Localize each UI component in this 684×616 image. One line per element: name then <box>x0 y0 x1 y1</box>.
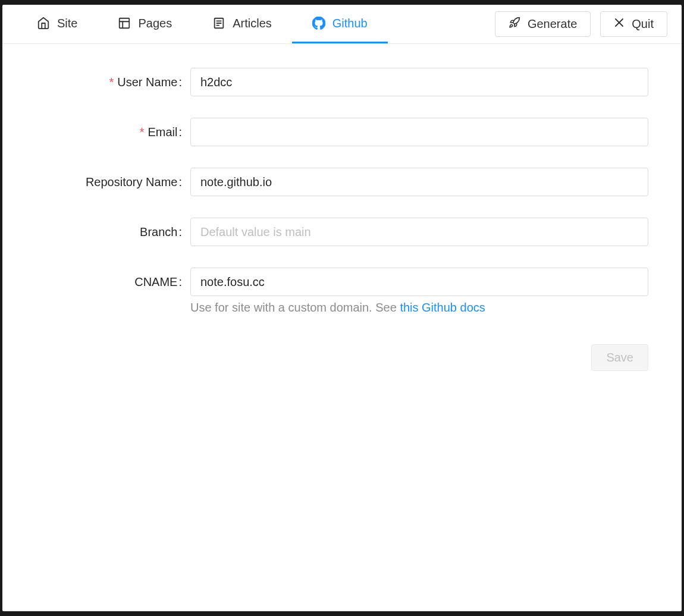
repo-input[interactable] <box>190 168 648 196</box>
tab-github[interactable]: Github <box>292 5 388 43</box>
tab-github-label: Github <box>332 17 368 30</box>
username-label: *User Name: <box>36 76 190 89</box>
branch-label: Branch: <box>36 225 190 239</box>
repo-label: Repository Name: <box>36 175 190 189</box>
github-icon <box>312 17 325 30</box>
generate-button[interactable]: Generate <box>495 11 591 37</box>
form-row-email: *Email: <box>36 118 648 146</box>
cname-label: CNAME: <box>36 275 190 289</box>
header-actions: Generate Quit <box>495 11 667 37</box>
layout-icon <box>118 17 131 30</box>
tab-articles[interactable]: Articles <box>192 5 292 43</box>
rocket-icon <box>509 17 520 32</box>
header: Site Pages Articles Github <box>2 5 682 44</box>
email-input[interactable] <box>190 118 648 146</box>
quit-label: Quit <box>632 17 654 31</box>
generate-label: Generate <box>528 17 577 31</box>
form-row-branch: Branch: <box>36 218 648 246</box>
cname-help: Use for site with a custom domain. See t… <box>190 301 648 315</box>
tab-site[interactable]: Site <box>17 5 98 43</box>
app-window: Site Pages Articles Github <box>2 5 682 611</box>
email-label: *Email: <box>36 125 190 139</box>
close-icon <box>614 17 625 31</box>
quit-button[interactable]: Quit <box>600 11 667 37</box>
save-row: Save <box>36 344 648 371</box>
tabs: Site Pages Articles Github <box>17 5 388 43</box>
save-label: Save <box>606 351 633 364</box>
form-content: *User Name: *Email: Repository Name: Bra… <box>2 44 682 395</box>
cname-help-text: Use for site with a custom domain. See <box>190 301 400 314</box>
form-row-cname: CNAME: <box>36 268 648 296</box>
form-row-username: *User Name: <box>36 68 648 96</box>
svg-rect-0 <box>120 18 130 29</box>
article-icon <box>212 17 225 30</box>
username-input[interactable] <box>190 68 648 96</box>
tab-site-label: Site <box>57 17 77 30</box>
tab-pages-label: Pages <box>138 17 172 30</box>
home-icon <box>37 17 50 30</box>
cname-help-link[interactable]: this Github docs <box>400 301 485 314</box>
tab-articles-label: Articles <box>233 17 272 30</box>
required-mark: * <box>109 76 114 89</box>
cname-input[interactable] <box>190 268 648 296</box>
branch-input[interactable] <box>190 218 648 246</box>
tab-pages[interactable]: Pages <box>98 5 192 43</box>
save-button[interactable]: Save <box>591 344 648 371</box>
form-row-repo: Repository Name: <box>36 168 648 196</box>
required-mark: * <box>140 125 145 139</box>
